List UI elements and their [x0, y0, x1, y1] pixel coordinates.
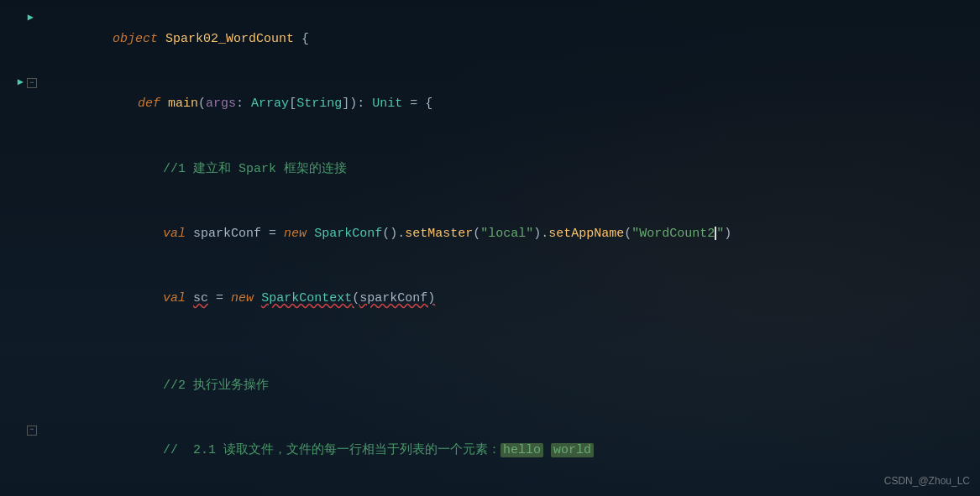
editor-container: ▶ object Spark02_WordCount { ▶ − def mai… [0, 0, 980, 496]
line-content-5: val sc = new SparkContext(sparkConf) [44, 267, 980, 332]
fold-icon-2[interactable]: − [27, 78, 37, 88]
line-content-2: def main(args: Array[String]): Unit = { [44, 71, 980, 136]
code-line-2: ▶ − def main(args: Array[String]): Unit … [0, 71, 980, 136]
run-arrow-1[interactable]: ▶ [28, 10, 34, 26]
code-line-8: − // 2.1 读取文件，文件的每一行相当于列表的一个元素：hello wor… [0, 418, 980, 483]
code-line-6 [0, 332, 980, 353]
code-line-1: ▶ object Spark02_WordCount { [0, 7, 980, 71]
code-line-3: //1 建立和 Spark 框架的连接 [0, 137, 980, 201]
watermark: CSDN_@Zhou_LC [884, 473, 970, 489]
gutter-2: ▶ − [0, 75, 44, 91]
gutter-8: − [0, 426, 44, 436]
line-content-6 [44, 332, 980, 353]
code-line-5: val sc = new SparkContext(sparkConf) [0, 267, 980, 332]
code-line-7: //2 执行业务操作 [0, 353, 980, 418]
code-line-9: val lines: RDD[String] = sc.textFile( pa… [0, 483, 980, 496]
fold-icon-8[interactable]: − [27, 426, 37, 436]
line-content-9: val lines: RDD[String] = sc.textFile( pa… [44, 483, 980, 496]
code-panel: ▶ object Spark02_WordCount { ▶ − def mai… [0, 0, 980, 496]
line-content-4: val sparkConf = new SparkConf().setMaste… [44, 201, 980, 266]
line-content-7: //2 执行业务操作 [44, 353, 980, 418]
run-arrow-2[interactable]: ▶ [18, 75, 24, 91]
gutter-1: ▶ [0, 10, 44, 26]
code-line-4: val sparkConf = new SparkConf().setMaste… [0, 201, 980, 266]
line-content-8: // 2.1 读取文件，文件的每一行相当于列表的一个元素：hello world [44, 418, 980, 483]
line-content-3: //1 建立和 Spark 框架的连接 [44, 137, 980, 201]
line-content-1: object Spark02_WordCount { [44, 7, 980, 71]
